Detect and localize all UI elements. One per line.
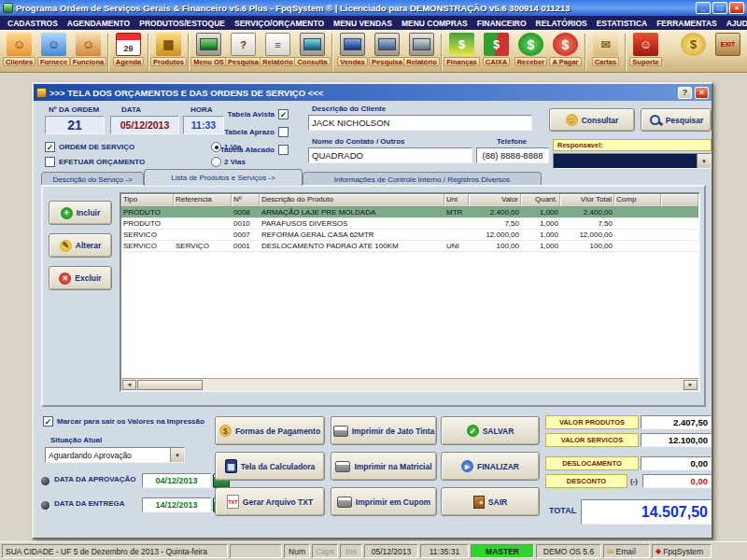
menu-item-menu-compras[interactable]: MENU COMPRAS [397,19,472,28]
toolbar-agenda-button[interactable]: 29Agenda [111,32,146,66]
toolbar-cartas-button[interactable]: ✉Cartas [588,32,623,66]
responsavel-value [554,154,697,168]
search-document-icon: ? [231,33,256,56]
magnifier-icon [649,114,662,127]
toolbar-exit-button[interactable]: EXIT [711,32,745,56]
toolbar-relatorio-vendas-button[interactable]: Relatório [404,32,439,66]
toolbar-clientes-button[interactable]: ☺Clientes [2,32,36,66]
imprimir-cupom-button[interactable]: Imprimir em Cupom [331,487,437,516]
col-descricao: Descrição do Produto [260,194,444,206]
formas-pagamento-button[interactable]: $Formas de Pagamento [215,416,325,445]
status-brand[interactable]: ◆FpqSystem [652,544,712,558]
client-input[interactable] [308,115,532,131]
efetuar-orcamento-label: EFETUAR ORÇAMENTO [59,158,145,166]
maximize-button[interactable]: □ [712,2,727,14]
menu-item-menu-vendas[interactable]: MENU VENDAS [329,19,397,28]
table-row[interactable]: PRODUTO0010PARAFUSOS DIVERSOS7,501,0007,… [121,218,698,230]
table-row[interactable]: PRODUTO0008ARMAÇÃO LAJE PRE MOLDADAMTR2.… [121,207,698,218]
table-row[interactable]: SERVICOSERVIÇO0001DESLOCAMENTO PADRAO AT… [121,241,698,252]
suppliers-icon: ☺ [41,33,66,56]
calculadora-button[interactable]: ▦Tela da Calculadora [215,452,325,481]
incluir-button[interactable]: +Incluir [49,201,112,225]
consultar-button[interactable]: ☺Consultar [549,108,635,132]
tab-controle-interno[interactable]: Informações de Controle Interno / Regist… [303,172,542,186]
contact-input[interactable] [308,147,472,163]
horizontal-scrollbar[interactable]: ◄ ► [121,378,698,390]
excluir-button[interactable]: ×Excluir [49,266,112,290]
tabela-atacado-checkbox[interactable] [278,145,289,155]
toolbar-pesquisa-os-button[interactable]: ?Pesquisa [226,32,261,66]
products-table[interactable]: Tipo Referencia Nº Descrição do Produto … [120,192,700,392]
tabela-avista-checkbox[interactable]: ✓ [278,109,289,119]
table-row[interactable]: SERVICO0007REFORMA GERAL CASA 62MTR12.00… [121,230,698,241]
toolbar-coins-button[interactable]: $ [676,32,711,56]
toolbar-relatorio-os-button[interactable]: ≡Relatório [261,32,295,66]
menu-item-relatorios[interactable]: RELATÓRIOS [531,19,592,28]
chevron-down-icon[interactable]: ▼ [697,154,711,168]
data-entrega-value[interactable]: 14/12/2013 [142,497,211,512]
toolbar-pesquisa-vendas-button[interactable]: Pesquisa [370,32,404,66]
toolbar-receber-button[interactable]: $Receber [514,32,548,66]
scroll-right-icon[interactable]: ► [684,380,698,390]
menu-item-produtos-estoque[interactable]: PRODUTOS/ESTOQUE [134,19,230,28]
data-aprovacao-value[interactable]: 04/12/2013 [142,473,211,488]
tab-lista-produtos[interactable]: Lista de Produtos e Serviços -> [144,169,303,186]
imprimir-jato-button[interactable]: Imprimir de Jato Tinta [331,416,437,445]
ordem-de-servico-checkbox[interactable]: ✓ [45,142,55,152]
toolbar-vendas-button[interactable]: Vendas [335,32,370,66]
window-title-bar[interactable]: >>> TELA DOS ORÇAMENTOS E DAS ORDENS DE … [34,84,712,101]
cell-vlor-total: 2.400,00 [560,207,614,217]
cell-filler [614,207,698,217]
alterar-button[interactable]: ✎Alterar [49,233,112,258]
menu-item-ferramentas[interactable]: FERRAMENTAS [652,19,722,28]
responsavel-dropdown[interactable]: ▼ [553,153,712,169]
toolbar-caixa-button[interactable]: $CAIXA [479,32,514,66]
col-filler [661,194,698,206]
help-button[interactable]: ? [678,87,692,99]
cell-tipo: PRODUTO [121,207,174,217]
gerar-txt-button[interactable]: TXTGerar Arquivo TXT [215,487,325,516]
window-close-button[interactable]: × [695,87,709,99]
phone-input[interactable] [476,147,549,163]
cell-uni: UNI [444,241,469,251]
salvar-button[interactable]: ✓SALVAR [441,416,540,445]
menu-item-agendamento[interactable]: AGENDAMENTO [63,19,134,28]
cell-filler [614,230,698,240]
toolbar-consulta-button[interactable]: Consulta [295,32,330,66]
menu-item-financeiro[interactable]: FINANCEIRO [472,19,531,28]
toolbar-financas-button[interactable]: $Finanças [444,32,479,66]
tabela-aprazo-checkbox[interactable] [278,127,289,137]
sair-button[interactable]: SAIR [441,487,540,516]
monitor-icon [340,33,365,56]
menu-item-servico-orcamento[interactable]: SERVIÇO/ORÇAMENTO [230,19,329,28]
minimize-button[interactable]: _ [696,2,711,14]
monitor-icon [300,33,325,56]
close-button[interactable]: × [729,2,744,14]
imprimir-valores-checkbox[interactable]: ✓ [43,416,53,427]
efetuar-orcamento-checkbox[interactable] [45,157,55,167]
scroll-left-icon[interactable]: ◄ [122,380,136,390]
chevron-down-icon[interactable]: ▼ [170,448,184,462]
pesquisar-button[interactable]: Pesquisar [641,108,712,132]
scroll-thumb[interactable] [137,380,203,390]
situacao-dropdown[interactable]: Aguardando Aprovação▼ [45,447,185,463]
calculator-icon: ▦ [225,459,237,473]
menu-item-estatistica[interactable]: ESTATISTICA [592,19,652,28]
toolbar-funcionarios-button[interactable]: ☺Funciona [71,32,106,66]
status-email[interactable]: ✉Email [603,544,650,558]
app-title: Programa Ordem de Serviços Gerais & Fina… [16,3,693,13]
finalizar-button[interactable]: ►FINALIZAR [441,452,540,481]
window-title: >>> TELA DOS ORÇAMENTOS E DAS ORDENS DE … [49,88,675,98]
toolbar-suporte-button[interactable]: ☺Suporte [628,32,663,66]
menu-item-ajuda[interactable]: AJUDA [722,19,747,28]
data-entrega-label: DATA DA ENTREGA [54,499,125,508]
toolbar-fornecedores-button[interactable]: ☺Fornece [36,32,71,66]
via-2-radio[interactable] [211,157,221,167]
toolbar-a-pagar-button[interactable]: $A Pagar [548,32,583,66]
toolbar-menu-os-button[interactable]: Menu OS [191,32,226,66]
imprimir-matricial-button[interactable]: Imprimir na Matricial [331,452,437,481]
aprovacao-bullet-icon [41,477,49,485]
menu-item-cadastros[interactable]: CADASTROS [3,19,63,28]
tab-descricao-servico[interactable]: Descrição do Serviço -> [41,172,144,186]
toolbar-produtos-button[interactable]: ▦Produtos [151,32,186,66]
